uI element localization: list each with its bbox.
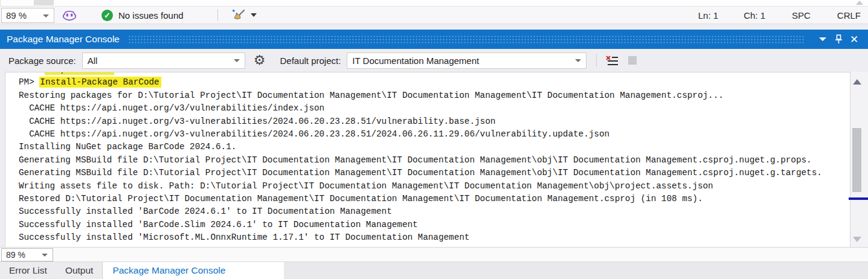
spaces-indicator[interactable]: SPC (792, 10, 811, 21)
editor-status-bar: 89 % ✓ No issues found Ln: 1 Ch: 1 (0, 6, 868, 24)
panel-title: Package Manager Console (7, 34, 120, 45)
scroll-up-arrow-icon[interactable] (853, 79, 861, 85)
code-cleanup-broom-icon (231, 9, 246, 21)
no-issues-check-icon: ✓ (101, 10, 113, 21)
console-prompt: PM> (19, 77, 39, 87)
editor-bottom-strip (0, 0, 868, 6)
console-left-gutter (0, 72, 5, 247)
console-line: CACHE https://api.nuget.org/v3/vulnerabi… (19, 102, 850, 115)
console-scrollbar[interactable] (850, 72, 864, 247)
line-ending-indicator[interactable]: CRLF (837, 10, 861, 21)
copilot-icon[interactable] (63, 9, 76, 21)
scrollbar-arrow-icon[interactable] (856, 1, 863, 5)
toolbar-separator (596, 54, 597, 67)
close-panel-button[interactable]: ✕ (846, 32, 862, 46)
default-project-label: Default project: (280, 56, 341, 66)
window-position-button[interactable] (815, 32, 831, 46)
auto-hide-pin-button[interactable] (831, 32, 846, 46)
console-line: Installing NuGet package BarCode 2024.6.… (19, 141, 850, 153)
editor-zoom-select[interactable]: 89 % (1, 8, 54, 23)
vs-package-manager-console-window: 89 % ✓ No issues found Ln: 1 Ch: 1 (0, 0, 868, 279)
editor-zoom-value: 89 % (6, 10, 27, 21)
issues-status[interactable]: ✓ No issues found (101, 10, 184, 21)
package-source-settings-button[interactable]: ⚙ (254, 54, 266, 67)
line-indicator[interactable]: Ln: 1 (698, 10, 718, 21)
console-line: Generating MSBuild file D:\Tutorial Proj… (19, 167, 850, 179)
console-line: Successfully installed 'BarCode 2024.6.1… (19, 205, 850, 218)
panel-gap (0, 24, 868, 30)
scrollbar-thumb[interactable] (852, 128, 861, 192)
chevron-down-icon (42, 254, 48, 257)
scrollbar-position-marker (849, 197, 868, 200)
scroll-down-arrow-icon[interactable] (853, 237, 861, 242)
console-command-line: PM> Install-Package BarCode (19, 76, 850, 89)
console-line: CACHE https://api.nuget.org/v3-vulnerabi… (19, 128, 850, 141)
console-zoom-bar: 89 % (0, 247, 868, 261)
status-bar-separator (217, 9, 218, 21)
tab-output[interactable]: Output (56, 262, 103, 279)
highlighted-command: Install-Package BarCode (39, 77, 161, 88)
chevron-down-icon (43, 14, 49, 18)
clear-console-button[interactable] (605, 55, 619, 66)
console-line: CACHE https://api.nuget.org/v3-vulnerabi… (19, 115, 850, 128)
package-source-value: All (88, 56, 98, 66)
console-output[interactable]: Time Elapsed: 00:00:01 PM> Install-Packa… (5, 72, 850, 247)
console-partial-line: Time Elapsed: 00:00:01 (19, 72, 850, 76)
console-line: Successfully installed 'Microsoft.ML.Onn… (19, 231, 850, 244)
default-project-select[interactable]: IT Documentation Management (347, 53, 587, 69)
console-line: Writing assets file to disk. Path: D:\Tu… (19, 180, 850, 193)
column-indicator[interactable]: Ch: 1 (744, 10, 765, 21)
tool-window-tab-row: Error List Output Package Manager Consol… (0, 261, 868, 279)
partial-line-highlight: Elapsed: 00:0 (45, 72, 115, 75)
console-line: Successfully installed 'BarCode.Slim 202… (19, 219, 850, 231)
chevron-down-icon (234, 59, 240, 62)
issues-status-text: No issues found (118, 10, 184, 21)
console-line: Restored D:\Tutorial Project\IT Document… (19, 193, 850, 205)
console-zoom-select[interactable]: 89 % (1, 248, 53, 261)
console-lines: Restoring packages for D:\Tutorial Proje… (19, 89, 850, 245)
console-output-row: Time Elapsed: 00:00:01 PM> Install-Packa… (0, 72, 868, 247)
default-project-value: IT Documentation Management (352, 56, 479, 66)
code-cleanup-button[interactable] (231, 9, 257, 21)
console-right-gutter (864, 72, 868, 247)
chevron-down-icon (575, 59, 581, 62)
inactive-tabs-group: Error List Output (0, 262, 103, 279)
console-line: Generating MSBuild file D:\Tutorial Proj… (19, 154, 850, 167)
title-bar-drag-texture[interactable] (128, 35, 804, 43)
caret-position-group: Ln: 1 Ch: 1 SPC CRLF (698, 10, 868, 21)
package-source-select[interactable]: All (82, 53, 245, 69)
package-source-label: Package source: (8, 56, 76, 66)
stop-command-button-disabled (628, 56, 637, 65)
tab-error-list[interactable]: Error List (0, 262, 56, 279)
console-toolbar: Package source: All ⚙ Default project: I… (0, 49, 868, 72)
console-text: Time Elapsed: 00:00:01 PM> Install-Packa… (5, 72, 850, 245)
console-line: Restoring packages for D:\Tutorial Proje… (19, 89, 850, 102)
console-zoom-value: 89 % (6, 250, 25, 260)
tab-package-manager-console[interactable]: Package Manager Console (103, 262, 284, 279)
chevron-down-icon (819, 37, 826, 41)
chevron-down-icon (251, 13, 257, 17)
panel-title-bar[interactable]: Package Manager Console ✕ (0, 30, 868, 49)
pin-icon (835, 34, 843, 44)
close-icon: ✕ (850, 34, 858, 45)
horizontal-scrollbar-thumb[interactable] (34, 0, 54, 5)
clear-console-icon (605, 55, 619, 66)
